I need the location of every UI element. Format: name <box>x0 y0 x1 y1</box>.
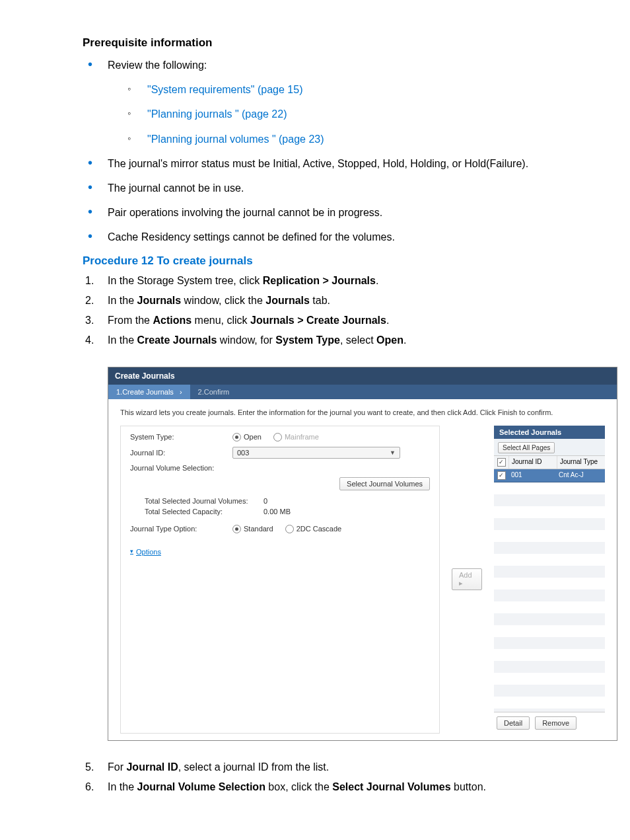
table-header: Journal ID Journal Type <box>494 456 605 469</box>
select-all-pages-button[interactable]: Select All Pages <box>498 442 555 453</box>
form-panel: System Type: Open Mainframe <box>120 426 440 734</box>
total-capacity-value: 0.00 MB <box>263 508 291 515</box>
step-number: 5. <box>85 759 94 775</box>
steps-list: 1. In the Storage System tree, click Rep… <box>83 273 604 348</box>
add-button[interactable]: Add ▸ <box>452 568 482 590</box>
step-2: 2. In the Journals window, click the Jou… <box>83 293 604 309</box>
bullet-item: The journal cannot be in use. <box>83 180 604 196</box>
system-type-label: System Type: <box>130 433 232 441</box>
sub-item: "Planning journals " (page 22) <box>108 106 604 122</box>
sub-item: "System requirements" (page 15) <box>108 82 604 97</box>
total-volumes-label: Total Selected Journal Volumes: <box>145 497 263 505</box>
tab-confirm[interactable]: 2.Confirm <box>190 385 238 399</box>
journal-id-dropdown[interactable]: 003 ▼ <box>232 447 400 459</box>
col-journal-id[interactable]: Journal ID <box>509 456 557 469</box>
link-planning-journal-volumes[interactable]: "Planning journal volumes " (page 23) <box>147 134 324 145</box>
selected-summary: Total Selected Journal Volumes: 0 Total … <box>145 497 430 515</box>
bullet-item: Review the following: "System requiremen… <box>83 57 604 147</box>
bullet-item: Pair operations involving the journal ca… <box>83 205 604 220</box>
table-body-empty <box>494 482 605 712</box>
cell-journal-id: 001 <box>508 469 556 482</box>
radio-icon <box>273 433 282 441</box>
journal-id-label: Journal ID: <box>130 449 232 457</box>
create-journals-dialog: Create Journals 1.Create Journals › 2.Co… <box>108 367 617 741</box>
journal-volume-selection-label: Journal Volume Selection: <box>130 464 430 472</box>
journal-type-option-label: Journal Type Option: <box>130 525 232 533</box>
radio-icon <box>232 433 241 441</box>
bullet-item: Cache Residency settings cannot be defin… <box>83 229 604 245</box>
link-sys-req[interactable]: "System requirements" (page 15) <box>147 84 302 95</box>
bullet-text: Review the following: <box>108 59 207 71</box>
total-capacity-label: Total Selected Capacity: <box>145 508 263 515</box>
radio-icon <box>285 525 294 533</box>
step-4: 4. In the Create Journals window, for Sy… <box>83 332 604 348</box>
remove-button[interactable]: Remove <box>535 716 577 730</box>
selected-journals-heading: Selected Journals <box>494 426 605 439</box>
bullet-item: The journal's mirror status must be Init… <box>83 156 604 171</box>
step-1: 1. In the Storage System tree, click Rep… <box>83 273 604 289</box>
options-expander[interactable]: ▾ Options <box>130 548 161 556</box>
chevron-down-icon: ▼ <box>390 449 396 456</box>
total-volumes-value: 0 <box>263 497 267 505</box>
radio-open[interactable]: Open <box>232 433 262 441</box>
col-journal-type[interactable]: Journal Type <box>557 456 605 469</box>
radio-mainframe[interactable]: Mainframe <box>273 433 319 441</box>
step-number: 6. <box>85 779 94 795</box>
bullet-list: Review the following: "System requiremen… <box>83 57 604 245</box>
procedure-heading: Procedure 12 To create journals <box>83 254 604 268</box>
step-number: 2. <box>85 293 94 309</box>
step-3: 3. From the Actions menu, click Journals… <box>83 313 604 328</box>
link-planning-journals[interactable]: "Planning journals " (page 22) <box>147 108 287 120</box>
tab-create-journals[interactable]: 1.Create Journals › <box>108 385 190 399</box>
select-journal-volumes-button[interactable]: Select Journal Volumes <box>339 477 430 490</box>
table-row[interactable]: 001 Cnt Ac-J <box>494 469 605 482</box>
cell-journal-type: Cnt Ac-J <box>556 469 605 482</box>
sub-list: "System requirements" (page 15) "Plannin… <box>108 82 604 147</box>
chevron-down-icon: ▾ <box>130 548 133 556</box>
radio-standard[interactable]: Standard <box>232 525 273 533</box>
step-number: 4. <box>85 332 94 348</box>
selected-journals-panel: Selected Journals Select All Pages Journ… <box>494 426 605 734</box>
radio-2dc-cascade[interactable]: 2DC Cascade <box>285 525 341 533</box>
dialog-title: Create Journals <box>108 367 617 385</box>
wizard-tabs: 1.Create Journals › 2.Confirm <box>108 385 617 399</box>
steps-list-continued: 5. For Journal ID, select a journal ID f… <box>83 759 604 795</box>
chevron-right-icon: › <box>180 388 182 396</box>
step-number: 1. <box>85 273 94 289</box>
step-number: 3. <box>85 313 94 328</box>
detail-button[interactable]: Detail <box>497 716 530 730</box>
header-checkbox[interactable] <box>497 458 506 467</box>
row-checkbox[interactable] <box>497 471 506 480</box>
sub-item: "Planning journal volumes " (page 23) <box>108 132 604 147</box>
step-5: 5. For Journal ID, select a journal ID f… <box>83 759 604 775</box>
step-6: 6. In the Journal Volume Selection box, … <box>83 779 604 795</box>
prereq-heading: Prerequisite information <box>83 36 604 50</box>
dialog-instructions: This wizard lets you create journals. En… <box>120 408 605 416</box>
radio-icon <box>232 525 241 533</box>
